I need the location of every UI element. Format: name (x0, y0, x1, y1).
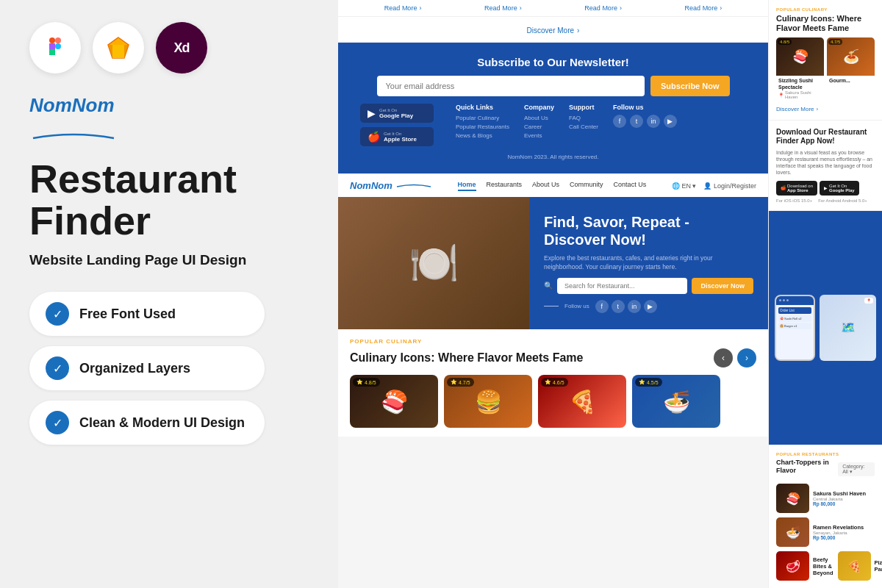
phone-dot-3 (786, 299, 789, 301)
hero-section: NomNom Home Restaurants About Us Communi… (338, 173, 768, 329)
nav-contact-us[interactable]: Contact Us (614, 181, 647, 191)
sidebar-filter[interactable]: Category: All ▾ (838, 462, 875, 476)
app-buttons: ▶ Get It On Google Play 🍎 Get It On Appl… (360, 104, 434, 146)
newsletter-copyright: NomNom 2023. All rights reserved. (507, 154, 598, 160)
read-more-3[interactable]: Read More › (584, 4, 622, 12)
sidebar-rest-card-2[interactable]: 🥩 Beefy Bites & Beyond (776, 551, 833, 581)
newsletter-section: Subscribe to Our Newsletter! Subscribe N… (338, 43, 768, 173)
nav-home[interactable]: Home (458, 181, 476, 191)
footer-col-company: Company About Us Career Events (524, 104, 554, 141)
footer-col-quick-links: Quick Links Popular Culinary Popular Res… (456, 104, 509, 141)
feature-label-design: Clean & Modern UI Design (79, 415, 245, 431)
hero-facebook-icon[interactable]: f (595, 300, 609, 313)
footer-link-popular-culinary[interactable]: Popular Culinary (456, 115, 509, 121)
play-icon: ▶ (368, 107, 376, 119)
twitter-icon[interactable]: t (630, 115, 643, 128)
nav-restaurants[interactable]: Restaurants (487, 181, 523, 191)
food-card-0[interactable]: 🍣 ⭐ 4.8/5 (350, 375, 438, 428)
read-more-4[interactable]: Read More › (685, 4, 723, 12)
burger-rating: ⭐ 4.7/5 (447, 378, 474, 387)
nav-about-us[interactable]: About Us (532, 181, 559, 191)
discover-more-link[interactable]: Discover More › (527, 26, 580, 35)
sidebar-mini-name-1: Gourm... (829, 78, 872, 84)
discover-more-bar: Discover More › (338, 17, 768, 43)
svg-marker-9 (112, 45, 124, 58)
hero-twitter-icon[interactable]: t (612, 300, 625, 313)
sidebar-mini-img-pasta: 🍝 4.7/5 (827, 37, 875, 76)
hero-discover-button[interactable]: Discover Now (692, 278, 753, 294)
sidebar-popular-section: POPULAR RESTAURANTS Chart-Toppers in Fla… (769, 445, 882, 588)
youtube-icon[interactable]: ▶ (664, 115, 677, 128)
culinary-section: POPULAR CULINARY Culinary Icons: Where F… (338, 329, 768, 437)
footer-link-call-center[interactable]: Call Center (569, 123, 598, 130)
hero-text-area: Find, Savor, Repeat - Discover Now! Expl… (529, 197, 768, 329)
newsletter-email-input[interactable] (377, 76, 645, 96)
sidebar-rest-info-2: Beefy Bites & Beyond (813, 556, 833, 576)
language-selector[interactable]: 🌐 EN ▾ (672, 182, 697, 190)
food-card-1[interactable]: 🍔 ⭐ 4.7/5 (444, 375, 532, 428)
footer-link-news-blogs[interactable]: News & Blogs (456, 132, 509, 139)
figma-icon (29, 22, 81, 74)
culinary-section-tag: POPULAR CULINARY (350, 338, 756, 345)
hero-search-bar: 🔍 Discover Now (544, 278, 753, 294)
apple-store-button[interactable]: 🍎 Get It On Apple Store (360, 127, 434, 146)
brand-underline (29, 133, 118, 140)
google-play-button[interactable]: ▶ Get It On Google Play (360, 104, 434, 123)
app-download-section: Download Our Restaurant Finder App Now! … (769, 121, 882, 210)
nav-community[interactable]: Community (570, 181, 603, 191)
pizza-rating: ⭐ 4.6/5 (541, 378, 568, 387)
footer-link-events[interactable]: Events (524, 132, 554, 139)
noodle-emoji: 🍜 (663, 389, 690, 415)
food-card-img-partial: 🍜 ⭐ 4.5/5 (632, 375, 720, 428)
prev-arrow-button[interactable]: ‹ (714, 348, 733, 368)
app-dl-google-btn[interactable]: ▶ Get It On Google Play (820, 181, 859, 196)
footer-link-about[interactable]: About Us (524, 115, 554, 121)
google-dl-icon: ▶ (824, 185, 828, 190)
location-icon: 📍 (778, 93, 784, 98)
footer-link-popular-restaurants[interactable]: Popular Restaurants (456, 123, 509, 130)
newsletter-subscribe-button[interactable]: Subscribe Now (650, 76, 729, 96)
phone-screen: Order List 🍣 Sushi Roll x2 🍔 Burger x1 (776, 296, 814, 359)
hero-search-input[interactable] (557, 278, 687, 294)
footer-col-title-quick: Quick Links (456, 104, 509, 111)
read-more-2[interactable]: Read More › (484, 4, 522, 12)
sidebar-rest-price-0: Rp 80,000 (813, 501, 875, 506)
footer-link-faq[interactable]: FAQ (569, 115, 598, 121)
login-button[interactable]: 👤 Login/Register (703, 182, 756, 190)
food-card-img-pizza: 🍕 ⭐ 4.6/5 (538, 375, 626, 428)
feature-item-layers: ✓ Organized Layers (29, 346, 265, 390)
hero-youtube-icon[interactable]: ▶ (644, 300, 657, 313)
facebook-icon[interactable]: f (613, 115, 626, 128)
sidebar-popular-title: Chart-Toppers in Flavor (776, 459, 838, 475)
sidebar-mini-card-0[interactable]: 🍣 4.8/5 Sizzling Sushi Spectacle 📍 Sakur… (776, 37, 824, 101)
nav-arrows: ‹ › (714, 348, 756, 368)
sidebar-rest-card-3[interactable]: 🍕 Pizzarella Paradise (838, 551, 882, 581)
sidebar-rest-card-1[interactable]: 🍜 Ramen Revelations Senayan, Jakarta Rp … (776, 517, 875, 547)
sidebar-rest-info-0: Sakura Sushi Haven Central Jakarta Rp 80… (813, 490, 875, 506)
sidebar-mini-card-1[interactable]: 🍝 4.7/5 Gourm... (827, 37, 875, 101)
app-dl-apple-btn[interactable]: 🍎 Download on App Store (776, 181, 817, 196)
main-title: Restaurant Finder (29, 158, 309, 241)
food-card-3[interactable]: 🍜 ⭐ 4.5/5 (632, 375, 720, 428)
food-card-2[interactable]: 🍕 ⭐ 4.6/5 (538, 375, 626, 428)
food-cards-row: 🍣 ⭐ 4.8/5 🍔 ⭐ 4.7/5 🍕 ⭐ 4.6/5 (350, 375, 756, 428)
brand-logo: NomNom (29, 94, 309, 117)
right-panel: Read More › Read More › Read More › Read… (338, 0, 882, 588)
sidebar-culinary-tag: POPULAR CULINARY (776, 7, 875, 12)
sidebar-rest-info-1: Ramen Revelations Senayan, Jakarta Rp 50… (813, 524, 875, 540)
footer-link-career[interactable]: Career (524, 123, 554, 130)
android-version: For Android Android 5.0+ (818, 198, 867, 203)
check-icon-font: ✓ (46, 302, 69, 326)
sidebar-rest-name-3: Pizzarella Paradise (875, 559, 882, 573)
footer-col-support: Support FAQ Call Center (569, 104, 598, 141)
sidebar-discover-link[interactable]: Discover More › (776, 106, 875, 112)
phone-dots (779, 299, 789, 301)
hero-instagram-icon[interactable]: in (628, 300, 641, 313)
instagram-icon[interactable]: in (647, 115, 660, 128)
sidebar-rest-card-0[interactable]: 🍣 Sakura Sushi Haven Central Jakarta Rp … (776, 484, 875, 513)
discover-arrow-icon: › (577, 26, 579, 35)
next-arrow-button[interactable]: › (737, 348, 756, 368)
svg-rect-2 (49, 43, 55, 49)
read-more-1[interactable]: Read More › (384, 4, 422, 12)
sidebar-discover-arrow: › (817, 106, 819, 112)
